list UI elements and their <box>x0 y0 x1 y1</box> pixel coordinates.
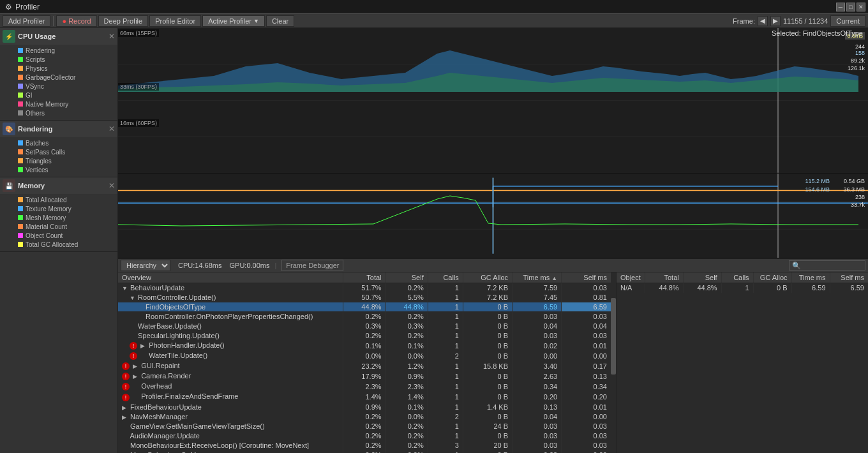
expand-arrow[interactable]: ▶ <box>133 373 139 380</box>
table-row[interactable]: AudioManager.Update 0.2% 0.2% 1 0 B 0.03… <box>118 431 611 440</box>
header-self[interactable]: Self <box>385 272 428 283</box>
frame-debugger-button[interactable]: Frame Debugger <box>281 260 343 271</box>
next-frame-button[interactable]: ▶ <box>770 16 781 26</box>
clear-button[interactable]: Clear <box>266 15 294 27</box>
maximize-button[interactable]: □ <box>846 3 855 11</box>
detail-header-gc[interactable]: GC Alloc <box>753 272 791 283</box>
memory-close[interactable]: ✕ <box>108 181 115 190</box>
row-timems: 0.03 <box>513 431 562 440</box>
row-total: 50.7% <box>343 293 385 302</box>
rendering-icon: 🎨 <box>3 123 15 135</box>
minimize-button[interactable]: ─ <box>836 3 845 11</box>
row-selfms: 0.00 <box>562 412 611 421</box>
table-row[interactable]: WaterBase.Update() 0.3% 0.3% 1 0 B 0.04 … <box>118 322 611 331</box>
rendering-color <box>18 48 23 53</box>
header-gcalloc[interactable]: GC Alloc <box>463 272 512 283</box>
cpu-chart[interactable]: 66ms (15FPS) 33ms (30FPS) 16ms (60FPS) 6… <box>118 28 868 174</box>
legend-triangles: Triangles <box>18 156 114 165</box>
window-controls[interactable]: ─ □ ✕ <box>836 3 865 11</box>
header-timems[interactable]: Time ms ▲ <box>513 272 562 283</box>
rendering-close[interactable]: ✕ <box>108 124 115 133</box>
detail-time: 6.59 <box>791 283 830 293</box>
header-selfms[interactable]: Self ms <box>562 272 611 283</box>
table-row[interactable]: ! Profiler.FinalizeAndSendFrame 1.4% 1.4… <box>118 392 611 402</box>
search-input[interactable] <box>789 260 865 271</box>
legend-total-gc: Total GC Allocated <box>18 240 114 249</box>
table-row[interactable]: SpecularLighting.Update() 0.2% 0.2% 1 0 … <box>118 331 611 341</box>
hierarchy-select[interactable]: Hierarchy <box>121 260 170 271</box>
table-scrollbar[interactable] <box>611 272 616 453</box>
table-row[interactable]: ! ▶ PhotonHandler.Update() 0.1% 0.1% 1 0… <box>118 341 611 351</box>
table-row[interactable]: MonoBehaviourExt.ReceiveLoop() [Coroutin… <box>118 440 611 450</box>
row-calls: 1 <box>428 302 463 312</box>
native-memory-color <box>18 101 23 107</box>
profile-editor-button[interactable]: Profile Editor <box>149 15 201 27</box>
detail-header-selfms[interactable]: Self ms <box>830 272 868 283</box>
table-row[interactable]: ▶ FixedBehaviourUpdate 0.9% 0.1% 1 1.4 K… <box>118 402 611 412</box>
row-gcalloc: 7.2 KB <box>463 293 512 302</box>
header-total[interactable]: Total <box>343 272 385 283</box>
frame-navigation: Frame: ◀ ▶ 11155 / 11234 Current <box>733 15 865 27</box>
prev-frame-button[interactable]: ◀ <box>758 16 768 26</box>
detail-header-calls[interactable]: Calls <box>721 272 753 283</box>
left-panel: ⚡ CPU Usage ✕ Rendering Scripts Physics <box>0 28 118 453</box>
table-row[interactable]: ! ▶ GUI.Repaint 23.2% 1.2% 1 15.8 KB 3.4… <box>118 361 611 371</box>
expand-arrow[interactable]: ▶ <box>122 414 128 420</box>
memory-header[interactable]: 💾 Memory ✕ <box>0 177 117 194</box>
row-calls: 1 <box>428 371 463 382</box>
expand-arrow[interactable]: ▶ <box>133 363 139 369</box>
table-row[interactable]: ▼ BehaviourUpdate 51.7% 0.2% 1 7.2 KB 7.… <box>118 283 611 293</box>
header-calls[interactable]: Calls <box>428 272 463 283</box>
detail-header-obj[interactable]: Object <box>617 272 645 283</box>
rendering-items: Batches SetPass Calls Triangles Vertices <box>0 137 117 177</box>
row-gcalloc: 0 B <box>463 450 512 453</box>
legend-vsync: VSync <box>18 82 114 91</box>
cpu-chart-svg <box>118 28 868 173</box>
row-name: MonoBehaviourExt.ReceiveLoop() [Coroutin… <box>130 442 309 449</box>
detail-header-total[interactable]: Total <box>645 272 683 283</box>
table-row[interactable]: ▼ RoomController.Update() 50.7% 5.5% 1 7… <box>118 293 611 302</box>
row-total: 23.2% <box>343 361 385 371</box>
deep-profile-button[interactable]: Deep Profile <box>98 15 149 27</box>
rendering-overlay-1: 0.54 GB <box>844 177 865 184</box>
row-calls: 2 <box>428 351 463 361</box>
detail-header-self[interactable]: Self <box>683 272 721 283</box>
add-profiler-button[interactable]: Add Profiler <box>3 15 50 27</box>
scripts-color <box>18 57 23 62</box>
rendering-chart[interactable]: 0.54 GB 36.3 MB 238 115.2 MB 154.6 MB 33… <box>118 174 868 258</box>
current-button[interactable]: Current <box>830 15 865 27</box>
expand-arrow[interactable]: ▶ <box>122 405 128 411</box>
table-row[interactable]: RoomController.OnPhotonPlayerPropertiesC… <box>118 312 611 322</box>
row-name: AudioManager.Update <box>130 432 199 440</box>
detail-row[interactable]: N/A 44.8% 44.8% 1 0 B 6.59 6.59 <box>617 283 868 293</box>
row-timems: 0.00 <box>513 351 562 361</box>
table-row[interactable]: ▶ NavMeshManager 0.2% 0.0% 2 0 B 0.04 0.… <box>118 412 611 421</box>
active-profiler-button[interactable]: Active Profiler ▼ <box>202 15 265 27</box>
cpu-close[interactable]: ✕ <box>108 32 115 41</box>
rendering-header[interactable]: 🎨 Rendering ✕ <box>0 121 117 137</box>
expand-arrow[interactable]: ▶ <box>140 343 147 349</box>
cpu-overlay-5: 126.1k <box>848 64 865 71</box>
legend-setpass: SetPass Calls <box>18 147 114 156</box>
row-timems: 7.45 <box>513 293 562 302</box>
header-overview[interactable]: Overview <box>118 272 343 283</box>
table-row[interactable]: ! ▶ Camera.Render 17.9% 0.9% 1 0 B 2.63 … <box>118 371 611 382</box>
scroll-thumb[interactable] <box>611 298 616 375</box>
cpu-header[interactable]: ⚡ CPU Usage ✕ <box>0 28 117 45</box>
row-name: GUI.Repaint <box>141 362 180 369</box>
table-row[interactable]: MonoBehaviour.OnMouse 0.2% 0.0% 1 0 B 0.… <box>118 450 611 453</box>
error-icon: ! <box>122 394 130 401</box>
close-button[interactable]: ✕ <box>857 3 865 11</box>
table-row[interactable]: GameView.GetMainGameViewTargetSize() 0.2… <box>118 421 611 431</box>
expand-arrow[interactable]: ▼ <box>122 285 128 292</box>
rendering-chart-svg <box>118 174 868 258</box>
record-button[interactable]: ● Record <box>56 15 96 27</box>
row-selfms: 0.34 <box>562 382 611 392</box>
row-name: FindObjectsOfType <box>146 303 206 311</box>
table-row[interactable]: ! WaterTile.Update() 0.0% 0.0% 2 0 B 0.0… <box>118 351 611 361</box>
table-row[interactable]: FindObjectsOfType 44.8% 44.8% 1 0 B 6.59… <box>118 302 611 312</box>
fps-66-label: 66ms (15FPS) <box>118 29 159 37</box>
table-row[interactable]: ! Overhead 2.3% 2.3% 1 0 B 0.34 0.34 <box>118 382 611 392</box>
detail-header-time[interactable]: Time ms <box>791 272 830 283</box>
expand-arrow[interactable]: ▼ <box>130 295 136 301</box>
